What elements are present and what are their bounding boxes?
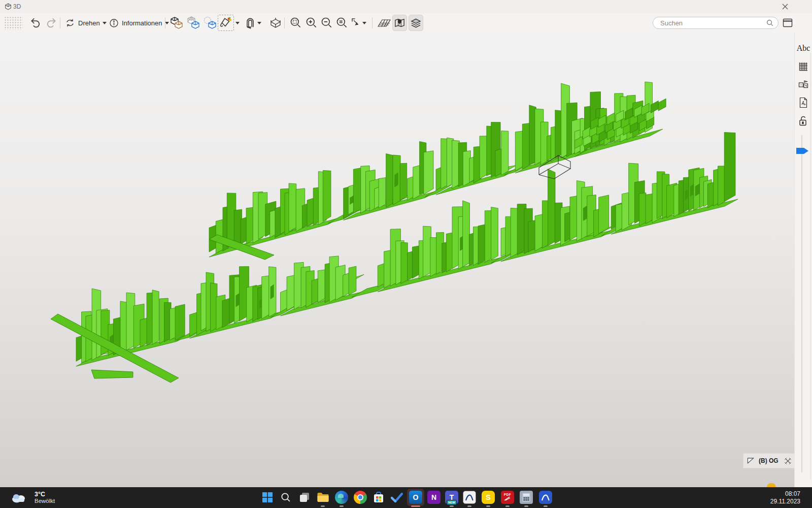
zoom-in-icon <box>305 16 318 29</box>
door-arch-icon <box>244 16 257 29</box>
lock-open-button[interactable] <box>797 114 810 128</box>
taskbar-store-button[interactable] <box>372 491 385 504</box>
zoom-slider-track[interactable] <box>801 135 802 472</box>
transparent-cube-button[interactable] <box>201 15 219 31</box>
s-app-letter: S <box>486 493 490 501</box>
chevron-down-icon <box>362 22 366 24</box>
north-arrow-button[interactable] <box>747 457 755 464</box>
running-indicator <box>524 505 528 507</box>
layers-icon <box>410 17 422 29</box>
shaded-cubes-button[interactable] <box>185 15 202 31</box>
undo-button[interactable] <box>28 15 43 31</box>
cut-plane-button[interactable] <box>784 457 792 465</box>
running-indicator <box>321 505 325 507</box>
weather-temperature: 3°C <box>35 491 55 498</box>
components-button[interactable] <box>797 78 810 91</box>
solid-cubes-button[interactable] <box>168 15 185 31</box>
panel-toggle-button[interactable] <box>782 15 794 31</box>
shaded-cubes-icon <box>186 16 201 30</box>
pdf-file-icon <box>798 97 808 108</box>
running-indicator <box>467 505 471 507</box>
taskbar-edge-button[interactable] <box>335 491 348 504</box>
curve-icon <box>541 493 550 502</box>
search-icon <box>766 19 774 27</box>
viewport-3d[interactable]: (B) OG <box>0 33 794 487</box>
toolbar-separator <box>372 17 373 28</box>
opening-button[interactable] <box>243 15 258 31</box>
running-indicator <box>450 505 454 507</box>
solid-cubes-icon <box>169 16 184 30</box>
taskbar-graph-app-blue-button[interactable] <box>539 491 552 504</box>
taskbar-search-button[interactable] <box>279 491 292 504</box>
information-label: Informationen <box>122 19 162 27</box>
search-field <box>653 17 779 29</box>
redo-button[interactable] <box>44 15 59 31</box>
paint-format-dropdown[interactable] <box>234 15 241 31</box>
taskbar-calculator-button[interactable] <box>520 491 533 504</box>
zoom-fit-button[interactable] <box>288 15 303 31</box>
taskbar-pdf-button[interactable]: PDF <box>501 491 514 504</box>
zoom-slider-handle[interactable] <box>796 147 809 154</box>
outlook-letter: O <box>413 493 419 501</box>
check-icon <box>390 491 403 504</box>
chevron-down-icon <box>103 22 107 24</box>
map-pin-icon <box>394 17 405 29</box>
zoom-region-button[interactable] <box>334 15 350 31</box>
taskbar-start-button[interactable] <box>261 491 274 504</box>
weather-widget[interactable]: 3°C Bewölkt <box>5 487 60 508</box>
rotate-view-button[interactable]: Drehen <box>63 15 108 31</box>
clock-time: 08:07 <box>770 490 800 498</box>
taskbar-chrome-button[interactable] <box>354 491 367 504</box>
taskbar-graph-app-light-button[interactable] <box>463 491 476 504</box>
information-button[interactable]: Informationen <box>108 15 170 31</box>
3d-model-canvas[interactable] <box>0 33 794 487</box>
new-badge: NEW <box>447 500 457 505</box>
running-indicator <box>505 505 510 507</box>
north-triangle-icon <box>747 457 755 464</box>
running-indicator <box>486 505 490 507</box>
pdf-label: PDF <box>504 493 512 496</box>
taskbar-outlook-button[interactable]: O <box>409 491 422 504</box>
map-toggle-button[interactable] <box>392 15 407 31</box>
rotate-icon <box>64 17 76 28</box>
hatch-grid-button[interactable] <box>797 60 810 73</box>
select-dropdown[interactable] <box>361 15 367 31</box>
opening-dropdown[interactable] <box>256 15 262 31</box>
window-close-button[interactable] <box>782 2 793 12</box>
onenote-letter: N <box>431 493 436 501</box>
window-title: 3D <box>13 3 21 10</box>
windows-logo-icon <box>262 492 273 503</box>
taskbar-todo-button[interactable] <box>390 491 403 504</box>
taskbar-clock[interactable]: 08:07 29.11.2023 <box>767 490 803 506</box>
transparent-cube-icon <box>202 16 218 30</box>
search-input[interactable] <box>659 19 766 27</box>
floor-grid-button[interactable] <box>376 15 393 31</box>
taskbar-s-app-button[interactable]: S <box>482 491 495 504</box>
level-label: (B) OG <box>759 457 779 464</box>
zoom-out-button[interactable] <box>319 15 334 31</box>
taskbar-task-view-button[interactable] <box>298 491 311 504</box>
rotate-label: Drehen <box>78 19 100 27</box>
taskbar-teams-button[interactable]: T NEW <box>445 491 458 504</box>
zoom-in-button[interactable] <box>304 15 319 31</box>
zoom-fit-icon <box>289 16 302 29</box>
paint-format-button[interactable] <box>218 15 234 31</box>
folder-icon <box>317 492 329 503</box>
panel-icon <box>783 18 793 27</box>
active-indicator <box>411 505 420 507</box>
chevron-down-icon <box>257 22 261 24</box>
layers-toggle-button[interactable] <box>409 15 423 31</box>
chevron-down-icon <box>235 22 240 24</box>
frame-box-icon <box>268 16 283 30</box>
taskbar-onenote-button[interactable]: N <box>427 491 441 504</box>
pdf-export-button[interactable] <box>797 96 810 109</box>
taskbar-file-explorer-button[interactable] <box>316 491 329 504</box>
toolbar-grid-handle[interactable] <box>4 16 23 30</box>
frame-button[interactable] <box>267 15 284 31</box>
components-icon <box>798 79 809 90</box>
cube-3d-icon <box>4 3 12 11</box>
title-bar: 3D <box>0 0 812 13</box>
level-indicator: (B) OG <box>743 453 796 468</box>
cloud-icon <box>10 492 27 503</box>
text-tool-button[interactable]: Abc <box>797 42 810 55</box>
